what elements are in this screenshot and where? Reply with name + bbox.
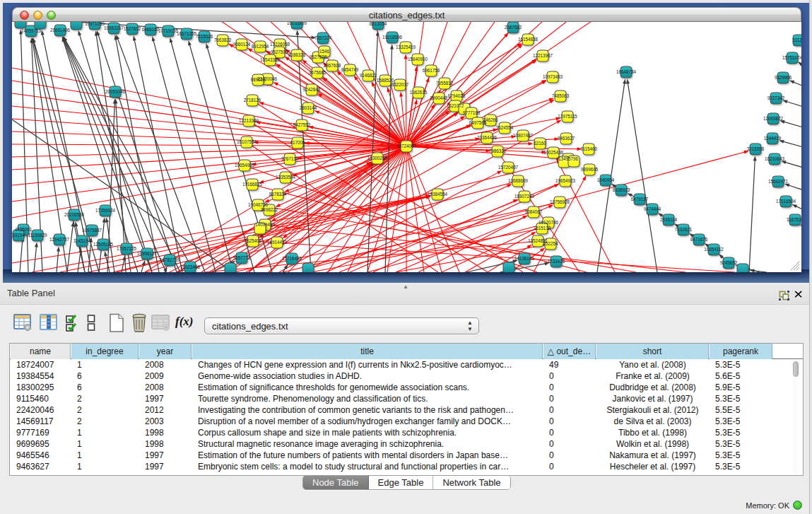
graph-node-label: 3498222 [261,207,278,212]
graph-node[interactable] [15,22,26,28]
graph-node-label: 8427552 [293,122,311,127]
cell-title: Genome‑wide association studies in ADHD. [198,371,543,382]
memory-status-indicator[interactable] [793,501,802,510]
column-header-title[interactable]: title [192,344,543,359]
cell-title: Investigating the contribution of common… [198,405,543,416]
cell-name: 18300295 [16,382,71,394]
column-header-short[interactable]: short [596,344,709,359]
cell-outde: 0 [549,405,596,416]
new-table-icon[interactable] [108,313,125,333]
function-builder-icon[interactable]: f(x) [175,315,193,329]
scrollbar-thumb[interactable] [793,361,799,377]
cell-name: 9115460 [16,394,71,405]
graph-node-label: 16782759 [160,257,180,262]
cell-title: Corpus callosum shape and size in male p… [198,428,543,439]
table-vertical-scrollbar[interactable] [793,361,800,474]
cell-year: 2009 [145,371,192,382]
network-window-title: citations_edges.txt [13,10,801,21]
graph-edge-arrowhead [314,110,319,114]
column-header-pagerank[interactable]: pagerank [710,344,772,359]
column-visibility-icon[interactable] [65,313,82,333]
cell-outde: 0 [549,450,596,462]
table-row[interactable]: 977716911998Corpus callosum shape and si… [10,428,803,439]
graph-node-label: 13325419 [396,45,416,49]
cell-name: 19384554 [16,371,71,382]
column-header-indegree[interactable]: in_degree [71,344,139,359]
graph-edge-arrowhead [522,215,527,218]
graph-node-label: 19218596 [382,35,403,40]
cell-title: Changes of HCN gene expression and I(f) … [198,360,543,371]
graph-node[interactable] [225,263,236,272]
float-panel-icon[interactable] [779,291,789,300]
graph-node-label: 417006 [290,140,305,145]
column-header-year[interactable]: year [139,344,192,359]
graph-edge [96,33,131,272]
splitter-grip-icon[interactable]: ▲ [403,284,408,290]
graph-node[interactable] [503,262,514,272]
graph-node-label: 19654985 [235,163,255,168]
graph-edge-arrowhead [556,120,561,124]
graph-edge-arrowhead [104,251,107,256]
cell-pagerank: 5.3E‑5 [715,439,772,450]
network-window-titlebar[interactable]: citations_edges.txt [12,7,801,22]
graph-edge-arrowhead [789,81,794,84]
cell-short: Yano et al. (2008) [596,360,709,371]
graph-node-label: 20364436 [477,135,498,140]
graph-node-label: 15716485 [282,256,302,261]
cell-indegree: 6 [77,371,139,382]
table-settings-icon[interactable] [13,313,33,332]
graph-node-label: 12213967 [533,53,553,58]
cell-indegree: 1 [77,428,139,439]
graph-node-label: 8912954 [252,44,269,49]
graph-node-label: 2718126 [244,98,261,103]
tab-edge-table[interactable]: Edge Table [369,476,434,489]
tab-network-table[interactable]: Network Table [433,476,510,489]
table-row[interactable]: 1456911722003Disruption of a novel membe… [10,416,803,428]
graph-node[interactable] [302,263,314,272]
table-row[interactable]: 2242004622012Investigating the contribut… [10,405,803,416]
delete-rows-icon[interactable] [131,313,148,333]
graph-node-label: 8471676 [690,237,708,242]
graph-node-label: 8990448 [430,95,448,100]
graph-node-label: 7357224 [314,35,332,40]
table-panel: ▲ Table Panel ✕ [0,283,812,514]
close-panel-icon[interactable]: ✕ [792,289,804,300]
network-canvas[interactable]: 1405571320691406109710591065326715276026… [12,22,801,272]
table-row[interactable]: 946554611997Estimation of the future num… [10,450,803,462]
graph-node-label: 6479197 [631,197,649,201]
graph-node-label: 6961758 [423,68,440,73]
graph-edge-arrowhead [414,99,418,104]
cell-year: 2012 [145,405,192,416]
graph-node-label: 2087682 [505,25,522,30]
table-row[interactable]: 1938455462009Genome‑wide association stu… [10,371,803,382]
table-row[interactable]: 1830029562008Estimation of significance … [10,382,803,394]
graph-edge-arrowhead [33,37,36,42]
table-row[interactable]: 911546021997Tourette syndrome. Phenomeno… [10,394,803,405]
column-select-icon[interactable] [40,313,58,332]
table-row[interactable]: 946362711997Embryonic stem cells: a mode… [10,462,803,473]
graph-node-label: 14136141 [514,256,535,261]
graph-node-label: 10025438 [543,150,564,155]
graph-node-label: 7515526 [196,34,213,39]
graph-node-label: 9084067 [525,209,543,214]
column-header-outde[interactable]: △ out_de… [543,344,596,359]
graph-node[interactable] [71,22,82,30]
graph-edge-arrowhead [753,156,757,160]
row-chooser-icon[interactable] [87,313,95,333]
graph-node-label: 2935114 [660,217,678,222]
graph-node-label: 19384554 [428,192,448,197]
graph-node-label: 10975887 [82,228,102,233]
column-header-name[interactable]: name [11,344,71,359]
delete-table-icon[interactable] [151,313,170,332]
table-source-dropdown[interactable]: citations_edges.txt ▲▼ [204,317,479,334]
graph-node[interactable] [737,264,748,272]
graph-node-label: 8678334 [269,192,287,197]
canvas-resize-handle[interactable] [789,259,800,271]
tab-node-table[interactable]: Node Table [303,476,369,489]
graph-edge-arrowhead [41,30,45,35]
graph-edge [212,82,544,272]
graph-node-label: 9660124 [233,42,251,47]
graph-node-label: 12975115 [558,114,577,119]
table-row[interactable]: 969969511998Structural magnetic resonanc… [10,439,803,450]
table-row[interactable]: 1872400712008Changes of HCN gene express… [10,360,803,371]
